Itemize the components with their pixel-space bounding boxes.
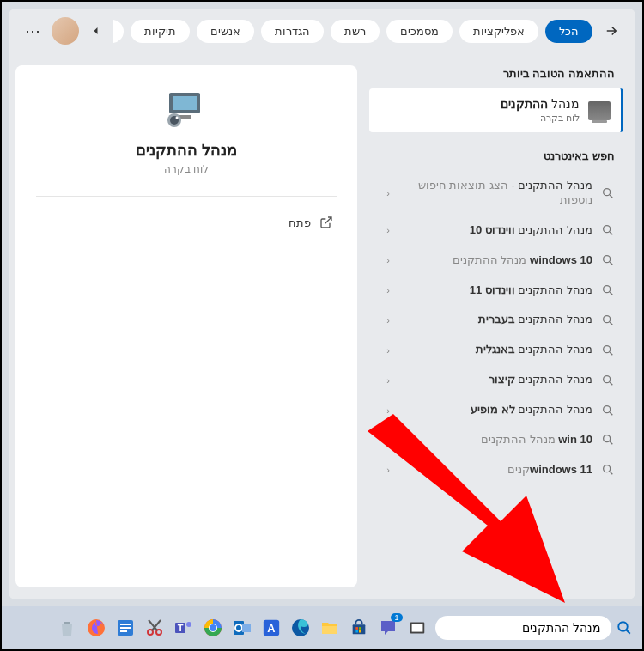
svg-rect-45 xyxy=(120,630,127,632)
web-result-0[interactable]: מנהל ההתקנים - הצג תוצאות חיפוש נוספות ‹ xyxy=(369,171,623,216)
filter-pill-1[interactable]: אפליקציות xyxy=(459,20,538,43)
chevron-left-icon: ‹ xyxy=(378,345,390,356)
taskbar-app1[interactable]: A xyxy=(258,615,284,641)
svg-rect-20 xyxy=(355,627,358,630)
chevron-left-icon: ‹ xyxy=(378,405,390,416)
taskbar-search-box[interactable] xyxy=(435,616,611,640)
svg-rect-44 xyxy=(120,627,131,629)
preview-subtitle: לוח בקרה xyxy=(164,163,209,175)
taskbar-chat[interactable]: 1 xyxy=(375,615,401,641)
svg-point-5 xyxy=(604,345,611,352)
search-icon xyxy=(601,433,615,447)
web-result-3[interactable]: מנהל ההתקנים ווינדוס 11 ‹ xyxy=(369,276,623,306)
svg-rect-43 xyxy=(120,624,131,625)
search-icon xyxy=(601,404,615,417)
back-button[interactable] xyxy=(599,19,623,43)
svg-point-8 xyxy=(604,435,611,442)
svg-rect-24 xyxy=(322,626,337,634)
open-external-icon xyxy=(319,216,333,229)
svg-text:A: A xyxy=(267,622,275,635)
filter-pills: הכלאפליקציותמסמכיםרשתהגדרותאנשיםתיקיותתמ… xyxy=(113,20,592,43)
chevron-left-icon: ‹ xyxy=(378,255,390,265)
web-result-1[interactable]: מנהל ההתקנים ווינדוס 10 ‹ xyxy=(369,216,623,246)
open-label: פתח xyxy=(289,216,311,229)
svg-point-4 xyxy=(604,316,611,323)
svg-point-16 xyxy=(618,622,628,631)
best-match-text: מנהל ההתקנים לוח בקרה xyxy=(380,97,580,124)
svg-point-9 xyxy=(604,465,611,472)
divider xyxy=(36,196,337,197)
search-icon xyxy=(601,253,615,267)
web-result-5[interactable]: מנהל ההתקנים באנגלית ‹ xyxy=(369,335,623,365)
taskbar-outlook[interactable] xyxy=(229,615,255,641)
web-result-4[interactable]: מנהל ההתקנים בעברית ‹ xyxy=(369,305,623,335)
svg-point-39 xyxy=(186,622,191,627)
taskbar-app2[interactable] xyxy=(112,615,138,641)
search-icon xyxy=(601,374,615,387)
web-result-8[interactable]: win 10 מנהל ההתקנים ‹ xyxy=(369,425,623,455)
svg-point-2 xyxy=(604,256,611,263)
search-icon xyxy=(601,313,615,327)
web-result-2[interactable]: windows 10 מנהל ההתקנים ‹ xyxy=(369,246,623,276)
filter-pill-6[interactable]: תיקיות xyxy=(131,20,190,43)
taskbar-snip[interactable] xyxy=(142,615,167,641)
filter-pill-2[interactable]: מסמכים xyxy=(386,20,453,43)
taskbar-explorer[interactable] xyxy=(317,615,343,641)
svg-point-1 xyxy=(604,226,611,233)
search-icon xyxy=(601,463,615,477)
filter-pill-0[interactable]: הכל xyxy=(545,20,592,43)
device-manager-icon xyxy=(588,101,611,120)
best-match-result[interactable]: מנהל ההתקנים לוח בקרה xyxy=(369,88,623,132)
svg-text:T: T xyxy=(178,623,184,633)
more-options-button[interactable]: ⋯ xyxy=(21,19,45,43)
taskbar-recycle[interactable] xyxy=(54,615,80,641)
svg-rect-11 xyxy=(173,96,197,110)
web-result-7[interactable]: מנהל ההתקנים לא מופיע ‹ xyxy=(369,395,623,425)
svg-rect-22 xyxy=(355,630,358,633)
filter-pill-5[interactable]: אנשים xyxy=(197,20,254,43)
section-web-search: חפש באינטרנט xyxy=(369,144,623,167)
filter-pill-4[interactable]: הגדרות xyxy=(261,20,324,43)
svg-point-15 xyxy=(176,117,179,119)
taskbar-store[interactable] xyxy=(346,615,372,641)
svg-point-7 xyxy=(604,405,611,412)
preview-device-manager-icon xyxy=(162,91,210,129)
svg-point-3 xyxy=(604,286,611,293)
taskbar: 1 A T xyxy=(2,606,642,649)
svg-rect-18 xyxy=(412,624,423,631)
chevron-left-icon: ‹ xyxy=(378,225,390,235)
content-area: ההתאמה הטובה ביותר מנהל ההתקנים לוח בקרה… xyxy=(9,53,635,599)
user-avatar[interactable] xyxy=(52,17,79,45)
taskbar-icons: 1 A T xyxy=(54,615,430,641)
taskbar-taskview[interactable] xyxy=(404,615,430,641)
svg-rect-47 xyxy=(64,622,70,624)
taskbar-edge[interactable] xyxy=(288,615,313,641)
chevron-left-icon: ‹ xyxy=(378,188,390,198)
svg-rect-23 xyxy=(359,630,361,633)
chevron-left-icon: ‹ xyxy=(378,435,390,445)
web-result-9[interactable]: windows 11קנים ‹ xyxy=(369,455,623,485)
taskbar-search-icon[interactable] xyxy=(617,620,632,636)
section-best-match: ההתאמה הטובה ביותר xyxy=(369,62,623,85)
chevron-left-icon: ‹ xyxy=(378,285,390,295)
filter-pill-3[interactable]: רשת xyxy=(331,20,380,43)
taskbar-search-input[interactable] xyxy=(446,621,601,635)
chevron-left-icon: ‹ xyxy=(378,315,390,326)
filter-pill-7[interactable]: תמונו xyxy=(113,20,124,43)
taskbar-firefox[interactable] xyxy=(83,615,109,641)
search-icon xyxy=(601,186,615,200)
taskbar-teams[interactable]: T xyxy=(171,615,197,641)
svg-point-36 xyxy=(210,624,216,631)
filter-scroll-left[interactable] xyxy=(86,21,106,41)
results-column: ההתאמה הטובה ביותר מנהל ההתקנים לוח בקרה… xyxy=(369,53,635,599)
taskbar-chrome[interactable] xyxy=(200,615,226,641)
search-icon xyxy=(601,344,615,357)
open-action[interactable]: פתח xyxy=(36,209,337,236)
svg-rect-21 xyxy=(359,627,361,630)
filter-bar: הכלאפליקציותמסמכיםרשתהגדרותאנשיםתיקיותתמ… xyxy=(9,9,635,53)
chevron-left-icon: ‹ xyxy=(378,375,390,386)
web-result-6[interactable]: מנהל ההתקנים קיצור ‹ xyxy=(369,365,623,395)
search-results-panel: הכלאפליקציותמסמכיםרשתהגדרותאנשיםתיקיותתמ… xyxy=(9,9,635,599)
svg-point-6 xyxy=(604,375,611,382)
chevron-left-icon: ‹ xyxy=(378,465,390,475)
